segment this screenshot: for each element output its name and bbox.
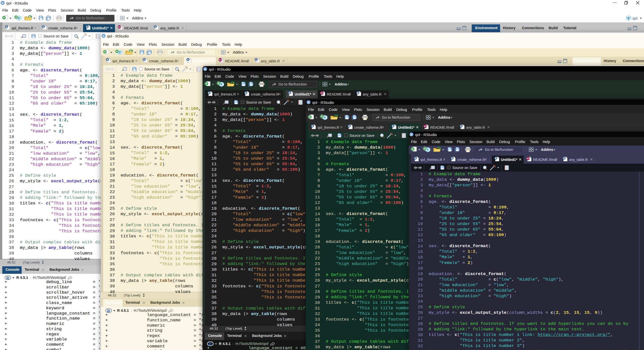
- svg-text:R: R: [348, 125, 350, 127]
- svg-text:R: R: [18, 16, 20, 19]
- svg-text:R: R: [289, 92, 291, 94]
- svg-text:R: R: [6, 26, 8, 28]
- svg-text:R: R: [245, 92, 247, 94]
- svg-text:R: R: [427, 148, 429, 151]
- svg-text:R: R: [563, 157, 565, 160]
- svg-text:R: R: [312, 125, 313, 127]
- svg-text:R: R: [187, 59, 189, 61]
- svg-text:R: R: [357, 92, 359, 94]
- svg-text:R: R: [411, 133, 413, 136]
- svg-text:R: R: [495, 157, 497, 160]
- svg-text:R: R: [221, 82, 223, 85]
- svg-text:R: R: [628, 16, 630, 20]
- svg-text:R: R: [86, 26, 88, 28]
- svg-text:R: R: [208, 92, 210, 94]
- svg-text:R: R: [102, 35, 104, 37]
- svg-text:R: R: [255, 59, 257, 61]
- svg-text:Rmd: Rmd: [527, 158, 530, 159]
- svg-text:Rmd: Rmd: [118, 26, 121, 28]
- svg-text:R: R: [119, 51, 121, 54]
- svg-text:R: R: [392, 125, 394, 127]
- svg-text:R: R: [2, 2, 4, 5]
- svg-text:R: R: [154, 26, 156, 28]
- svg-text:Rmd: Rmd: [424, 125, 427, 127]
- svg-text:R: R: [460, 125, 462, 127]
- svg-text:R: R: [204, 68, 206, 71]
- svg-text:Rmd: Rmd: [320, 92, 323, 94]
- svg-text:R: R: [43, 26, 44, 28]
- svg-text:Rmd: Rmd: [219, 59, 222, 61]
- svg-text:R: R: [106, 59, 108, 61]
- svg-text:R: R: [143, 59, 145, 61]
- svg-text:R: R: [308, 101, 310, 104]
- svg-text:R: R: [324, 116, 326, 119]
- svg-text:R: R: [415, 157, 416, 160]
- svg-text:R: R: [451, 157, 453, 160]
